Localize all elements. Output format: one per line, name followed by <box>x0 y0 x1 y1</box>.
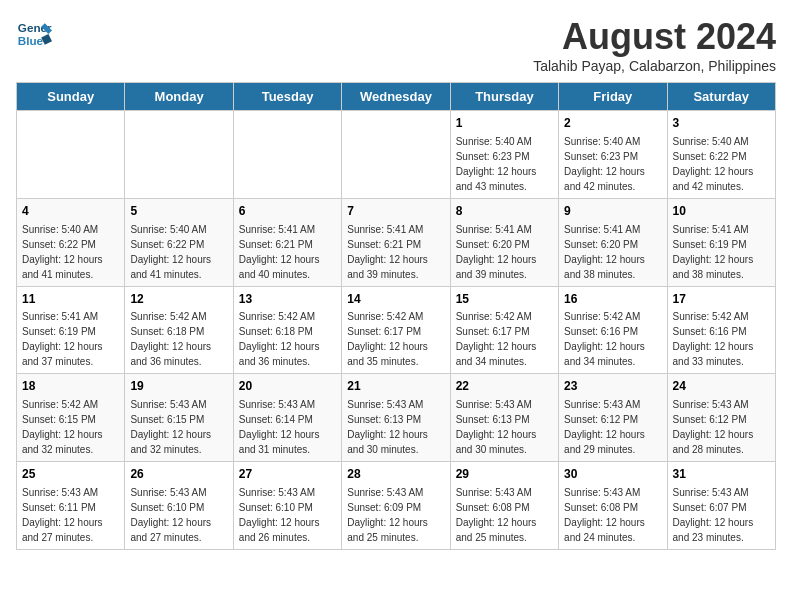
day-info: Sunrise: 5:43 AM Sunset: 6:13 PM Dayligh… <box>456 397 553 457</box>
day-info: Sunrise: 5:41 AM Sunset: 6:20 PM Dayligh… <box>564 222 661 282</box>
calendar-cell: 4Sunrise: 5:40 AM Sunset: 6:22 PM Daylig… <box>17 198 125 286</box>
calendar-cell <box>342 111 450 199</box>
day-number: 23 <box>564 378 661 395</box>
day-number: 29 <box>456 466 553 483</box>
calendar-cell: 27Sunrise: 5:43 AM Sunset: 6:10 PM Dayli… <box>233 462 341 550</box>
calendar-cell: 22Sunrise: 5:43 AM Sunset: 6:13 PM Dayli… <box>450 374 558 462</box>
main-title: August 2024 <box>533 16 776 58</box>
calendar-cell: 12Sunrise: 5:42 AM Sunset: 6:18 PM Dayli… <box>125 286 233 374</box>
day-header-monday: Monday <box>125 83 233 111</box>
day-header-thursday: Thursday <box>450 83 558 111</box>
calendar-cell: 13Sunrise: 5:42 AM Sunset: 6:18 PM Dayli… <box>233 286 341 374</box>
calendar-cell: 21Sunrise: 5:43 AM Sunset: 6:13 PM Dayli… <box>342 374 450 462</box>
day-info: Sunrise: 5:43 AM Sunset: 6:10 PM Dayligh… <box>239 485 336 545</box>
day-header-tuesday: Tuesday <box>233 83 341 111</box>
subtitle: Talahib Payap, Calabarzon, Philippines <box>533 58 776 74</box>
day-info: Sunrise: 5:43 AM Sunset: 6:09 PM Dayligh… <box>347 485 444 545</box>
day-info: Sunrise: 5:40 AM Sunset: 6:23 PM Dayligh… <box>456 134 553 194</box>
day-info: Sunrise: 5:41 AM Sunset: 6:19 PM Dayligh… <box>22 309 119 369</box>
day-info: Sunrise: 5:43 AM Sunset: 6:08 PM Dayligh… <box>456 485 553 545</box>
calendar-cell: 29Sunrise: 5:43 AM Sunset: 6:08 PM Dayli… <box>450 462 558 550</box>
day-header-saturday: Saturday <box>667 83 775 111</box>
day-number: 4 <box>22 203 119 220</box>
calendar-cell: 26Sunrise: 5:43 AM Sunset: 6:10 PM Dayli… <box>125 462 233 550</box>
day-info: Sunrise: 5:43 AM Sunset: 6:15 PM Dayligh… <box>130 397 227 457</box>
page-header: General Blue August 2024 Talahib Payap, … <box>16 16 776 74</box>
day-number: 22 <box>456 378 553 395</box>
calendar-cell: 5Sunrise: 5:40 AM Sunset: 6:22 PM Daylig… <box>125 198 233 286</box>
calendar-cell <box>233 111 341 199</box>
day-number: 27 <box>239 466 336 483</box>
day-info: Sunrise: 5:41 AM Sunset: 6:20 PM Dayligh… <box>456 222 553 282</box>
svg-text:Blue: Blue <box>18 34 44 47</box>
day-info: Sunrise: 5:42 AM Sunset: 6:18 PM Dayligh… <box>239 309 336 369</box>
day-info: Sunrise: 5:43 AM Sunset: 6:14 PM Dayligh… <box>239 397 336 457</box>
calendar-cell: 8Sunrise: 5:41 AM Sunset: 6:20 PM Daylig… <box>450 198 558 286</box>
day-info: Sunrise: 5:41 AM Sunset: 6:19 PM Dayligh… <box>673 222 770 282</box>
day-number: 25 <box>22 466 119 483</box>
day-info: Sunrise: 5:41 AM Sunset: 6:21 PM Dayligh… <box>347 222 444 282</box>
logo-icon: General Blue <box>16 16 52 52</box>
day-header-friday: Friday <box>559 83 667 111</box>
calendar-cell: 24Sunrise: 5:43 AM Sunset: 6:12 PM Dayli… <box>667 374 775 462</box>
day-number: 14 <box>347 291 444 308</box>
calendar-cell: 11Sunrise: 5:41 AM Sunset: 6:19 PM Dayli… <box>17 286 125 374</box>
week-row-3: 11Sunrise: 5:41 AM Sunset: 6:19 PM Dayli… <box>17 286 776 374</box>
calendar-cell: 16Sunrise: 5:42 AM Sunset: 6:16 PM Dayli… <box>559 286 667 374</box>
calendar-cell <box>125 111 233 199</box>
day-header-sunday: Sunday <box>17 83 125 111</box>
day-number: 5 <box>130 203 227 220</box>
day-number: 12 <box>130 291 227 308</box>
calendar-cell: 17Sunrise: 5:42 AM Sunset: 6:16 PM Dayli… <box>667 286 775 374</box>
day-info: Sunrise: 5:43 AM Sunset: 6:12 PM Dayligh… <box>673 397 770 457</box>
day-info: Sunrise: 5:42 AM Sunset: 6:15 PM Dayligh… <box>22 397 119 457</box>
calendar-cell: 3Sunrise: 5:40 AM Sunset: 6:22 PM Daylig… <box>667 111 775 199</box>
day-info: Sunrise: 5:43 AM Sunset: 6:08 PM Dayligh… <box>564 485 661 545</box>
day-info: Sunrise: 5:43 AM Sunset: 6:13 PM Dayligh… <box>347 397 444 457</box>
day-number: 31 <box>673 466 770 483</box>
calendar-cell: 1Sunrise: 5:40 AM Sunset: 6:23 PM Daylig… <box>450 111 558 199</box>
calendar-cell: 9Sunrise: 5:41 AM Sunset: 6:20 PM Daylig… <box>559 198 667 286</box>
day-number: 17 <box>673 291 770 308</box>
day-info: Sunrise: 5:43 AM Sunset: 6:10 PM Dayligh… <box>130 485 227 545</box>
day-number: 11 <box>22 291 119 308</box>
day-number: 7 <box>347 203 444 220</box>
calendar-table: SundayMondayTuesdayWednesdayThursdayFrid… <box>16 82 776 550</box>
day-info: Sunrise: 5:43 AM Sunset: 6:12 PM Dayligh… <box>564 397 661 457</box>
day-info: Sunrise: 5:43 AM Sunset: 6:11 PM Dayligh… <box>22 485 119 545</box>
calendar-cell: 31Sunrise: 5:43 AM Sunset: 6:07 PM Dayli… <box>667 462 775 550</box>
day-number: 21 <box>347 378 444 395</box>
calendar-cell: 15Sunrise: 5:42 AM Sunset: 6:17 PM Dayli… <box>450 286 558 374</box>
day-number: 28 <box>347 466 444 483</box>
calendar-cell: 6Sunrise: 5:41 AM Sunset: 6:21 PM Daylig… <box>233 198 341 286</box>
day-info: Sunrise: 5:42 AM Sunset: 6:17 PM Dayligh… <box>456 309 553 369</box>
day-info: Sunrise: 5:42 AM Sunset: 6:16 PM Dayligh… <box>564 309 661 369</box>
week-row-4: 18Sunrise: 5:42 AM Sunset: 6:15 PM Dayli… <box>17 374 776 462</box>
day-info: Sunrise: 5:40 AM Sunset: 6:22 PM Dayligh… <box>673 134 770 194</box>
calendar-cell: 18Sunrise: 5:42 AM Sunset: 6:15 PM Dayli… <box>17 374 125 462</box>
calendar-cell: 23Sunrise: 5:43 AM Sunset: 6:12 PM Dayli… <box>559 374 667 462</box>
day-number: 26 <box>130 466 227 483</box>
day-number: 30 <box>564 466 661 483</box>
day-info: Sunrise: 5:42 AM Sunset: 6:16 PM Dayligh… <box>673 309 770 369</box>
calendar-cell: 28Sunrise: 5:43 AM Sunset: 6:09 PM Dayli… <box>342 462 450 550</box>
week-row-2: 4Sunrise: 5:40 AM Sunset: 6:22 PM Daylig… <box>17 198 776 286</box>
week-row-5: 25Sunrise: 5:43 AM Sunset: 6:11 PM Dayli… <box>17 462 776 550</box>
day-number: 13 <box>239 291 336 308</box>
day-info: Sunrise: 5:40 AM Sunset: 6:22 PM Dayligh… <box>130 222 227 282</box>
logo: General Blue <box>16 16 52 52</box>
day-number: 8 <box>456 203 553 220</box>
day-info: Sunrise: 5:40 AM Sunset: 6:22 PM Dayligh… <box>22 222 119 282</box>
day-header-wednesday: Wednesday <box>342 83 450 111</box>
day-number: 6 <box>239 203 336 220</box>
day-info: Sunrise: 5:42 AM Sunset: 6:17 PM Dayligh… <box>347 309 444 369</box>
day-number: 3 <box>673 115 770 132</box>
calendar-cell: 19Sunrise: 5:43 AM Sunset: 6:15 PM Dayli… <box>125 374 233 462</box>
calendar-cell: 25Sunrise: 5:43 AM Sunset: 6:11 PM Dayli… <box>17 462 125 550</box>
day-number: 19 <box>130 378 227 395</box>
day-number: 1 <box>456 115 553 132</box>
calendar-cell <box>17 111 125 199</box>
day-info: Sunrise: 5:43 AM Sunset: 6:07 PM Dayligh… <box>673 485 770 545</box>
day-info: Sunrise: 5:40 AM Sunset: 6:23 PM Dayligh… <box>564 134 661 194</box>
day-info: Sunrise: 5:41 AM Sunset: 6:21 PM Dayligh… <box>239 222 336 282</box>
